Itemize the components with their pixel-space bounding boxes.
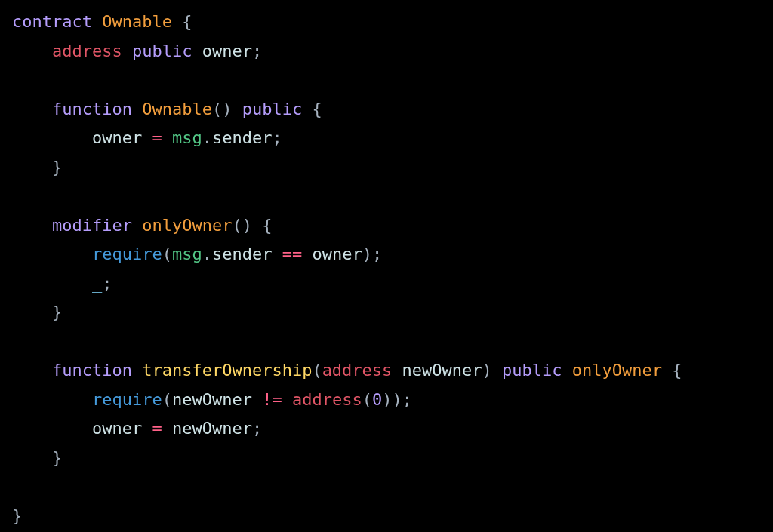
identifier-sender: sender: [212, 128, 272, 147]
function-name: transferOwnership: [142, 361, 312, 380]
identifier-msg: msg: [172, 244, 202, 263]
code-line: contract Ownable {: [12, 8, 761, 37]
brace-open: {: [182, 12, 192, 31]
code-line: }: [12, 298, 761, 328]
type-address: address: [52, 42, 122, 60]
brace-close: }: [12, 506, 22, 525]
code-line: }: [12, 153, 761, 183]
keyword-public: public: [242, 100, 302, 118]
brace-close: }: [52, 448, 62, 467]
keyword-contract: contract: [12, 12, 92, 31]
call-address: address: [292, 390, 362, 409]
semicolon: ;: [252, 419, 262, 438]
identifier-msg: msg: [172, 128, 202, 147]
operator-assign: =: [152, 419, 162, 438]
paren-close: ): [482, 361, 492, 380]
paren-close: ): [362, 244, 372, 263]
paren-open: (: [232, 216, 242, 235]
brace-close: }: [52, 158, 62, 177]
semicolon: ;: [102, 274, 112, 293]
call-require: require: [92, 244, 162, 263]
brace-close: }: [52, 303, 62, 321]
paren-open: (: [162, 244, 172, 263]
number-zero: 0: [372, 390, 382, 409]
code-line: owner = newOwner;: [12, 414, 761, 444]
call-require: require: [92, 390, 162, 409]
operator-neq: !=: [262, 390, 282, 409]
paren-close: ): [222, 100, 232, 118]
keyword-public: public: [132, 42, 192, 60]
identifier-owner: owner: [202, 42, 252, 60]
paren-close: ): [392, 390, 402, 409]
keyword-function: function: [52, 100, 132, 118]
blank-line: [12, 66, 761, 95]
semicolon: ;: [372, 244, 382, 263]
code-line: require(msg.sender == owner);: [12, 240, 761, 269]
identifier-newowner: newOwner: [172, 390, 252, 409]
keyword-public: public: [502, 361, 562, 380]
paren-open: (: [212, 100, 222, 118]
brace-open: {: [262, 216, 272, 235]
operator-eq: ==: [282, 244, 303, 263]
modifier-name: onlyOwner: [142, 216, 232, 235]
code-line: require(newOwner != address(0));: [12, 386, 761, 415]
code-line: }: [12, 444, 761, 473]
code-line: modifier onlyOwner() {: [12, 211, 761, 241]
blank-line: [12, 328, 761, 357]
semicolon: ;: [252, 42, 262, 60]
brace-open: {: [672, 361, 682, 380]
function-name: Ownable: [142, 100, 212, 118]
code-line: owner = msg.sender;: [12, 124, 761, 153]
modifier-onlyowner: onlyOwner: [572, 361, 662, 380]
placeholder-underscore: _: [92, 274, 102, 293]
contract-name: Ownable: [102, 12, 172, 31]
operator-assign: =: [152, 128, 162, 147]
code-line: _;: [12, 269, 761, 299]
identifier-newowner: newOwner: [402, 361, 482, 380]
code-line: address public owner;: [12, 37, 761, 66]
code-line: function Ownable() public {: [12, 95, 761, 125]
paren-open: (: [362, 390, 372, 409]
identifier-owner: owner: [92, 419, 142, 438]
identifier-owner: owner: [92, 128, 142, 147]
keyword-function: function: [52, 361, 132, 380]
type-address: address: [322, 361, 393, 380]
blank-line: [12, 472, 761, 502]
code-line: }: [12, 502, 761, 531]
paren-close: ): [242, 216, 252, 235]
brace-open: {: [312, 100, 322, 118]
blank-line: [12, 182, 761, 211]
code-editor[interactable]: contract Ownable { address public owner;…: [12, 8, 761, 530]
keyword-modifier: modifier: [52, 216, 132, 235]
paren-open: (: [312, 361, 322, 380]
paren-open: (: [162, 390, 172, 409]
identifier-newowner: newOwner: [172, 419, 252, 438]
paren-close: ): [382, 390, 392, 409]
semicolon: ;: [402, 390, 412, 409]
dot: .: [202, 244, 212, 263]
code-line: function transferOwnership(address newOw…: [12, 356, 761, 386]
identifier-owner: owner: [312, 244, 362, 263]
dot: .: [202, 128, 212, 147]
semicolon: ;: [272, 128, 282, 147]
identifier-sender: sender: [212, 244, 272, 263]
